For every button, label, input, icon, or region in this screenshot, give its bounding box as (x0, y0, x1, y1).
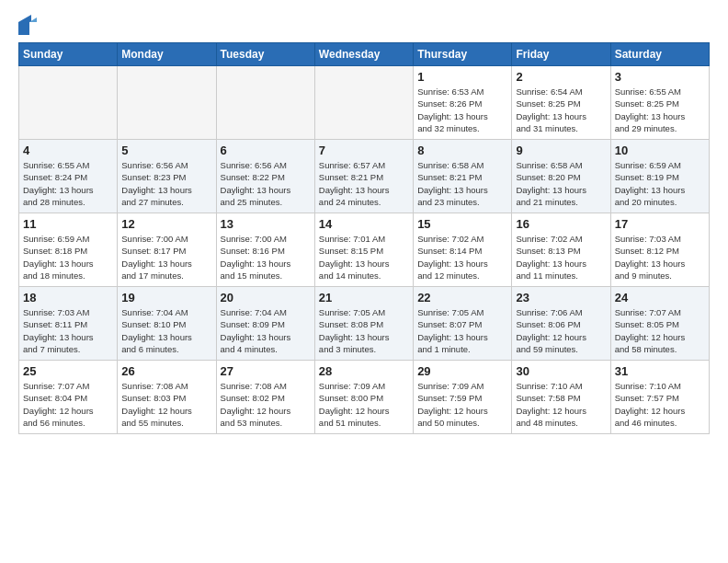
day-info: Sunrise: 7:03 AM Sunset: 8:11 PM Dayligh… (23, 306, 113, 355)
logo-icon (18, 15, 44, 35)
calendar-cell: 16Sunrise: 7:02 AM Sunset: 8:13 PM Dayli… (512, 213, 610, 287)
calendar-cell: 1Sunrise: 6:53 AM Sunset: 8:26 PM Daylig… (414, 66, 512, 140)
calendar-cell: 19Sunrise: 7:04 AM Sunset: 8:10 PM Dayli… (118, 287, 216, 361)
day-number: 24 (615, 291, 705, 304)
calendar-cell: 17Sunrise: 7:03 AM Sunset: 8:12 PM Dayli… (610, 213, 709, 287)
calendar-cell: 3Sunrise: 6:55 AM Sunset: 8:25 PM Daylig… (610, 66, 709, 140)
day-number: 13 (221, 217, 311, 231)
calendar-cell: 12Sunrise: 7:00 AM Sunset: 8:17 PM Dayli… (118, 213, 216, 287)
day-info: Sunrise: 7:10 AM Sunset: 7:58 PM Dayligh… (516, 380, 606, 429)
calendar-cell: 11Sunrise: 6:59 AM Sunset: 8:18 PM Dayli… (19, 213, 118, 287)
calendar-cell (19, 66, 118, 140)
calendar-cell (118, 66, 216, 140)
day-info: Sunrise: 6:56 AM Sunset: 8:23 PM Dayligh… (121, 159, 211, 208)
calendar-cell: 29Sunrise: 7:09 AM Sunset: 7:59 PM Dayli… (414, 361, 512, 434)
day-info: Sunrise: 6:56 AM Sunset: 8:22 PM Dayligh… (221, 159, 311, 208)
day-number: 20 (221, 291, 311, 304)
calendar-week-row: 25Sunrise: 7:07 AM Sunset: 8:04 PM Dayli… (19, 361, 710, 434)
page-header (18, 15, 710, 35)
day-of-week-header: Thursday (414, 43, 512, 66)
day-number: 31 (615, 364, 705, 378)
day-info: Sunrise: 6:59 AM Sunset: 8:18 PM Dayligh… (23, 233, 113, 282)
day-info: Sunrise: 7:00 AM Sunset: 8:16 PM Dayligh… (221, 233, 311, 282)
day-info: Sunrise: 7:04 AM Sunset: 8:09 PM Dayligh… (221, 306, 311, 355)
calendar-cell: 15Sunrise: 7:02 AM Sunset: 8:14 PM Dayli… (414, 213, 512, 287)
day-of-week-header: Monday (118, 43, 216, 66)
day-info: Sunrise: 6:59 AM Sunset: 8:19 PM Dayligh… (615, 159, 705, 208)
calendar-table: SundayMondayTuesdayWednesdayThursdayFrid… (18, 42, 710, 434)
day-info: Sunrise: 7:09 AM Sunset: 8:00 PM Dayligh… (319, 380, 409, 429)
svg-marker-1 (18, 15, 31, 22)
calendar-cell: 8Sunrise: 6:58 AM Sunset: 8:21 PM Daylig… (414, 140, 512, 213)
day-of-week-header: Tuesday (216, 43, 314, 66)
svg-rect-0 (18, 22, 29, 35)
day-number: 14 (319, 217, 409, 231)
day-info: Sunrise: 7:08 AM Sunset: 8:02 PM Dayligh… (221, 380, 311, 429)
calendar-cell: 13Sunrise: 7:00 AM Sunset: 8:16 PM Dayli… (216, 213, 314, 287)
day-info: Sunrise: 7:07 AM Sunset: 8:04 PM Dayligh… (23, 380, 113, 429)
calendar-cell (216, 66, 314, 140)
day-number: 16 (516, 217, 606, 231)
calendar-cell: 6Sunrise: 6:56 AM Sunset: 8:22 PM Daylig… (216, 140, 314, 213)
calendar-cell: 28Sunrise: 7:09 AM Sunset: 8:00 PM Dayli… (314, 361, 413, 434)
calendar-cell: 4Sunrise: 6:55 AM Sunset: 8:24 PM Daylig… (19, 140, 118, 213)
day-info: Sunrise: 6:55 AM Sunset: 8:25 PM Dayligh… (615, 86, 705, 134)
day-info: Sunrise: 6:54 AM Sunset: 8:25 PM Dayligh… (516, 86, 606, 134)
day-info: Sunrise: 6:58 AM Sunset: 8:20 PM Dayligh… (516, 159, 606, 208)
day-info: Sunrise: 7:02 AM Sunset: 8:14 PM Dayligh… (417, 233, 507, 282)
calendar-cell: 20Sunrise: 7:04 AM Sunset: 8:09 PM Dayli… (216, 287, 314, 361)
day-of-week-header: Wednesday (314, 43, 413, 66)
calendar-week-row: 1Sunrise: 6:53 AM Sunset: 8:26 PM Daylig… (19, 66, 710, 140)
calendar-cell: 23Sunrise: 7:06 AM Sunset: 8:06 PM Dayli… (512, 287, 610, 361)
calendar-header-row: SundayMondayTuesdayWednesdayThursdayFrid… (19, 43, 710, 66)
day-number: 28 (319, 364, 409, 378)
day-info: Sunrise: 7:01 AM Sunset: 8:15 PM Dayligh… (319, 233, 409, 282)
calendar-cell: 31Sunrise: 7:10 AM Sunset: 7:57 PM Dayli… (610, 361, 709, 434)
day-number: 10 (615, 144, 705, 157)
day-number: 12 (121, 217, 211, 231)
calendar-cell: 10Sunrise: 6:59 AM Sunset: 8:19 PM Dayli… (610, 140, 709, 213)
day-info: Sunrise: 7:00 AM Sunset: 8:17 PM Dayligh… (121, 233, 211, 282)
day-number: 1 (417, 70, 507, 84)
day-number: 3 (615, 70, 705, 84)
day-of-week-header: Saturday (610, 43, 709, 66)
calendar-cell: 9Sunrise: 6:58 AM Sunset: 8:20 PM Daylig… (512, 140, 610, 213)
calendar-cell (314, 66, 413, 140)
calendar-cell: 21Sunrise: 7:05 AM Sunset: 8:08 PM Dayli… (314, 287, 413, 361)
calendar-week-row: 18Sunrise: 7:03 AM Sunset: 8:11 PM Dayli… (19, 287, 710, 361)
calendar-cell: 30Sunrise: 7:10 AM Sunset: 7:58 PM Dayli… (512, 361, 610, 434)
day-info: Sunrise: 7:06 AM Sunset: 8:06 PM Dayligh… (516, 306, 606, 355)
day-number: 4 (23, 144, 113, 157)
day-number: 8 (417, 144, 507, 157)
day-info: Sunrise: 6:55 AM Sunset: 8:24 PM Dayligh… (23, 159, 113, 208)
calendar-cell: 26Sunrise: 7:08 AM Sunset: 8:03 PM Dayli… (118, 361, 216, 434)
day-number: 17 (615, 217, 705, 231)
day-number: 5 (121, 144, 211, 157)
calendar-cell: 25Sunrise: 7:07 AM Sunset: 8:04 PM Dayli… (19, 361, 118, 434)
day-info: Sunrise: 7:07 AM Sunset: 8:05 PM Dayligh… (615, 306, 705, 355)
day-number: 18 (23, 291, 113, 304)
calendar-cell: 24Sunrise: 7:07 AM Sunset: 8:05 PM Dayli… (610, 287, 709, 361)
day-info: Sunrise: 6:53 AM Sunset: 8:26 PM Dayligh… (417, 86, 507, 134)
day-info: Sunrise: 7:03 AM Sunset: 8:12 PM Dayligh… (615, 233, 705, 282)
day-info: Sunrise: 7:05 AM Sunset: 8:08 PM Dayligh… (319, 306, 409, 355)
day-info: Sunrise: 7:05 AM Sunset: 8:07 PM Dayligh… (417, 306, 507, 355)
day-info: Sunrise: 7:10 AM Sunset: 7:57 PM Dayligh… (615, 380, 705, 429)
calendar-week-row: 4Sunrise: 6:55 AM Sunset: 8:24 PM Daylig… (19, 140, 710, 213)
day-info: Sunrise: 6:57 AM Sunset: 8:21 PM Dayligh… (319, 159, 409, 208)
day-number: 2 (516, 70, 606, 84)
calendar-cell: 7Sunrise: 6:57 AM Sunset: 8:21 PM Daylig… (314, 140, 413, 213)
calendar-cell: 5Sunrise: 6:56 AM Sunset: 8:23 PM Daylig… (118, 140, 216, 213)
day-number: 6 (221, 144, 311, 157)
day-number: 30 (516, 364, 606, 378)
day-number: 15 (417, 217, 507, 231)
calendar-cell: 14Sunrise: 7:01 AM Sunset: 8:15 PM Dayli… (314, 213, 413, 287)
day-number: 9 (516, 144, 606, 157)
day-number: 25 (23, 364, 113, 378)
day-number: 7 (319, 144, 409, 157)
day-info: Sunrise: 7:04 AM Sunset: 8:10 PM Dayligh… (121, 306, 211, 355)
day-info: Sunrise: 7:09 AM Sunset: 7:59 PM Dayligh… (417, 380, 507, 429)
calendar-cell: 2Sunrise: 6:54 AM Sunset: 8:25 PM Daylig… (512, 66, 610, 140)
day-info: Sunrise: 7:02 AM Sunset: 8:13 PM Dayligh… (516, 233, 606, 282)
calendar-week-row: 11Sunrise: 6:59 AM Sunset: 8:18 PM Dayli… (19, 213, 710, 287)
